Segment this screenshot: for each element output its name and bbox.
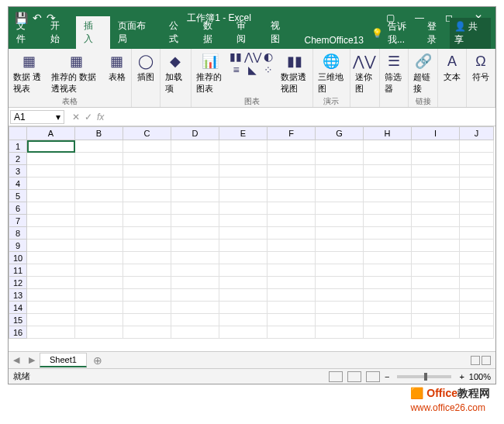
tab-data[interactable]: 数据 bbox=[195, 16, 230, 49]
cell[interactable] bbox=[75, 314, 123, 326]
row-header[interactable]: 1 bbox=[9, 140, 27, 153]
cell[interactable] bbox=[364, 240, 412, 252]
cell[interactable] bbox=[268, 202, 316, 215]
cell[interactable] bbox=[412, 202, 460, 215]
cell[interactable] bbox=[412, 178, 460, 190]
cell[interactable] bbox=[364, 252, 412, 264]
row-header[interactable]: 7 bbox=[9, 215, 27, 227]
cancel-icon[interactable]: ✕ bbox=[72, 112, 80, 122]
cell[interactable] bbox=[219, 289, 268, 302]
cell[interactable] bbox=[123, 215, 171, 227]
share-button[interactable]: 👤 共享 bbox=[450, 18, 491, 49]
3dmap-button[interactable]: 🌐三维地 图 bbox=[316, 50, 347, 96]
cell[interactable] bbox=[123, 264, 171, 277]
cell[interactable] bbox=[75, 277, 123, 289]
row-header[interactable]: 3 bbox=[9, 165, 27, 178]
zoom-slider[interactable] bbox=[397, 375, 451, 378]
tab-insert[interactable]: 插入 bbox=[76, 16, 110, 49]
enter-icon[interactable]: ✓ bbox=[85, 112, 92, 122]
cell[interactable] bbox=[268, 153, 316, 165]
cell[interactable] bbox=[460, 289, 494, 302]
scroll-left-icon[interactable] bbox=[471, 356, 480, 365]
cell[interactable] bbox=[460, 326, 494, 339]
cell[interactable] bbox=[27, 240, 75, 252]
cell[interactable] bbox=[460, 264, 494, 277]
cell[interactable] bbox=[123, 277, 171, 289]
symbols-button[interactable]: Ω符号 bbox=[470, 50, 492, 84]
pivottable-button[interactable]: ▦数据 透视表 bbox=[12, 50, 47, 96]
cell[interactable] bbox=[123, 202, 171, 215]
cell[interactable] bbox=[460, 153, 494, 165]
cell-grid[interactable] bbox=[27, 140, 494, 339]
cell[interactable] bbox=[75, 202, 123, 215]
slicer-button[interactable]: ☰筛选器 bbox=[383, 50, 406, 96]
cell[interactable] bbox=[123, 190, 171, 202]
cell[interactable] bbox=[123, 289, 171, 302]
tab-formulas[interactable]: 公式 bbox=[161, 16, 195, 49]
cell[interactable] bbox=[412, 153, 460, 165]
cell[interactable] bbox=[316, 326, 364, 339]
cell[interactable] bbox=[171, 227, 219, 240]
pie-chart-icon[interactable]: ◐ bbox=[261, 50, 276, 63]
cell[interactable] bbox=[268, 264, 316, 277]
cell[interactable] bbox=[316, 240, 364, 252]
column-header[interactable]: C bbox=[123, 126, 171, 140]
row-header[interactable]: 6 bbox=[9, 202, 27, 215]
cell[interactable] bbox=[123, 252, 171, 264]
cell[interactable] bbox=[412, 326, 460, 339]
recommended-charts-button[interactable]: 📊推荐的 图表 bbox=[195, 50, 226, 96]
recommended-pivot-button[interactable]: ▦推荐的 数据透视表 bbox=[50, 50, 102, 96]
cell[interactable] bbox=[412, 240, 460, 252]
column-header[interactable]: E bbox=[219, 126, 268, 140]
cell[interactable] bbox=[412, 264, 460, 277]
row-header[interactable]: 10 bbox=[9, 252, 27, 264]
cell[interactable] bbox=[75, 289, 123, 302]
cell[interactable] bbox=[75, 240, 123, 252]
cell[interactable] bbox=[316, 153, 364, 165]
tab-pagelayout[interactable]: 页面布局 bbox=[110, 16, 162, 49]
cell[interactable] bbox=[268, 302, 316, 314]
cell[interactable] bbox=[219, 314, 268, 326]
cell[interactable] bbox=[460, 165, 494, 178]
sheet-nav-next-icon[interactable]: ▶ bbox=[24, 355, 40, 365]
cell[interactable] bbox=[219, 227, 268, 240]
cell[interactable] bbox=[268, 178, 316, 190]
table-button[interactable]: ▦表格 bbox=[106, 50, 128, 84]
cell[interactable] bbox=[171, 153, 219, 165]
login-link[interactable]: 登录 bbox=[427, 20, 445, 47]
sparklines-button[interactable]: ⋀⋁迷你图 bbox=[354, 50, 376, 96]
cell[interactable] bbox=[364, 215, 412, 227]
tab-review[interactable]: 审阅 bbox=[229, 16, 263, 49]
cell[interactable] bbox=[27, 314, 75, 326]
cell[interactable] bbox=[364, 165, 412, 178]
page-break-view-icon[interactable] bbox=[366, 371, 380, 382]
cell[interactable] bbox=[412, 140, 460, 153]
row-header[interactable]: 8 bbox=[9, 227, 27, 240]
cell[interactable] bbox=[123, 178, 171, 190]
cell[interactable] bbox=[171, 264, 219, 277]
cell[interactable] bbox=[219, 202, 268, 215]
cell[interactable] bbox=[364, 202, 412, 215]
cell[interactable] bbox=[316, 314, 364, 326]
cell[interactable] bbox=[219, 153, 268, 165]
page-layout-view-icon[interactable] bbox=[347, 371, 361, 382]
cell[interactable] bbox=[364, 277, 412, 289]
column-header[interactable]: J bbox=[460, 126, 494, 140]
hyperlink-button[interactable]: 🔗超链接 bbox=[412, 50, 434, 96]
cell[interactable] bbox=[123, 227, 171, 240]
scatter-chart-icon[interactable]: ⁘ bbox=[261, 64, 276, 76]
cell[interactable] bbox=[460, 227, 494, 240]
column-chart-icon[interactable]: ▮▮ bbox=[228, 50, 243, 63]
cell[interactable] bbox=[27, 326, 75, 339]
addins-button[interactable]: ◆加载 项 bbox=[164, 50, 188, 96]
cell[interactable] bbox=[123, 326, 171, 339]
cell[interactable] bbox=[219, 140, 268, 153]
cell[interactable] bbox=[219, 302, 268, 314]
normal-view-icon[interactable] bbox=[329, 371, 343, 382]
cell[interactable] bbox=[364, 326, 412, 339]
cell[interactable] bbox=[75, 178, 123, 190]
cell[interactable] bbox=[364, 227, 412, 240]
sheet-tab-sheet1[interactable]: Sheet1 bbox=[40, 353, 87, 367]
cell[interactable] bbox=[364, 153, 412, 165]
cell[interactable] bbox=[268, 240, 316, 252]
